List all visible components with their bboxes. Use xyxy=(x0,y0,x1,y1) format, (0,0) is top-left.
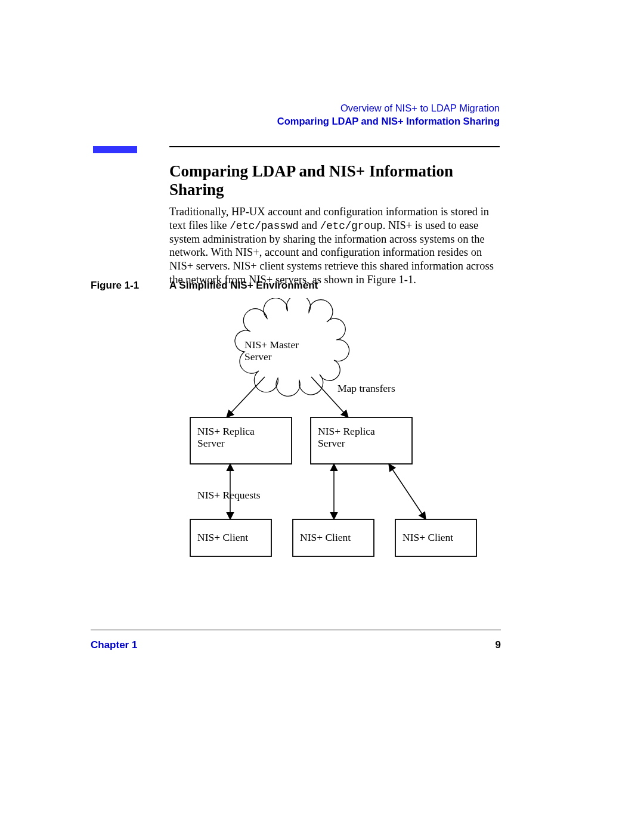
accent-bar xyxy=(93,146,137,153)
code-etc-passwd: /etc/passwd xyxy=(230,220,299,232)
figure-caption: Figure 1-1A Simplified NIS+ Environment xyxy=(91,280,318,292)
label-nis-requests: NIS+ Requests xyxy=(197,489,261,501)
code-etc-group: /etc/group xyxy=(320,220,383,232)
figure-label: Figure 1-1 xyxy=(91,280,169,292)
label-map-transfers: Map transfers xyxy=(338,382,395,394)
header-breadcrumb: Overview of NIS+ to LDAP Migration xyxy=(277,101,500,114)
page-footer: Chapter 1 9 xyxy=(91,639,501,651)
footer-chapter: Chapter 1 xyxy=(91,639,137,651)
diagram: NIS+ Master Server Map transfers NIS+ Re… xyxy=(169,298,503,596)
figure-caption-text: A Simplified NIS+ Environment xyxy=(169,280,318,291)
rule-bottom xyxy=(91,630,501,630)
node-client-3: NIS+ Client xyxy=(402,531,453,543)
page-header: Overview of NIS+ to LDAP Migration Compa… xyxy=(277,101,500,128)
node-replica-2: NIS+ Replica Server xyxy=(318,425,395,449)
node-client-1: NIS+ Client xyxy=(197,531,248,543)
svg-line-6 xyxy=(389,464,426,519)
page-title: Comparing LDAP and NIS+ Information Shar… xyxy=(169,162,500,199)
body-part2: and xyxy=(299,219,320,231)
header-section: Comparing LDAP and NIS+ Information Shar… xyxy=(277,114,500,128)
body-paragraph: Traditionally, HP-UX account and configu… xyxy=(169,205,501,286)
rule-top xyxy=(169,146,500,147)
node-master: NIS+ Master Server xyxy=(244,339,316,363)
footer-page-number: 9 xyxy=(496,639,501,651)
node-client-2: NIS+ Client xyxy=(300,531,351,543)
node-replica-1: NIS+ Replica Server xyxy=(197,425,275,449)
svg-line-0 xyxy=(227,377,265,417)
